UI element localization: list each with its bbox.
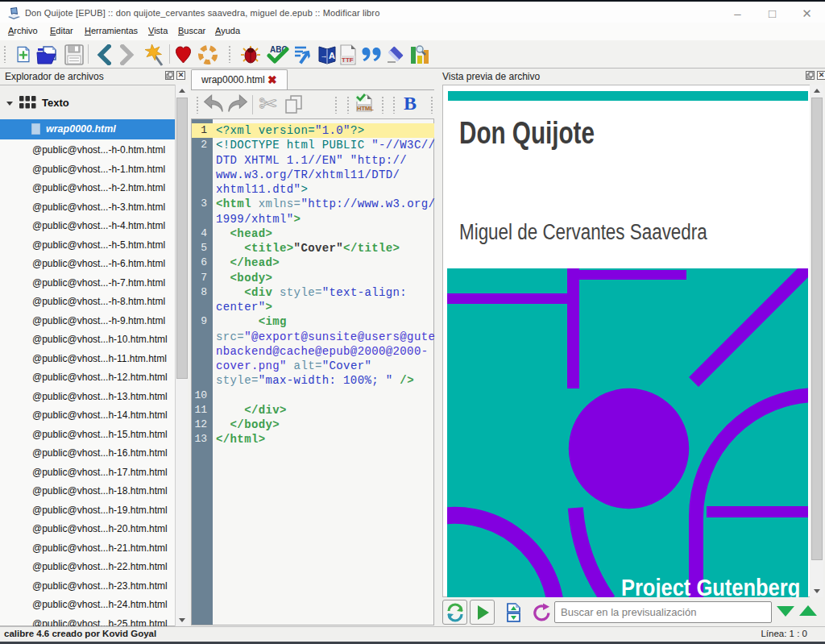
svg-text:HTML: HTML [357,105,374,112]
svg-text:TTF: TTF [342,56,354,64]
svg-text:A: A [329,51,335,60]
svg-text:→: → [321,52,328,60]
svg-text:Project Gutenberg: Project Gutenberg [621,574,800,597]
